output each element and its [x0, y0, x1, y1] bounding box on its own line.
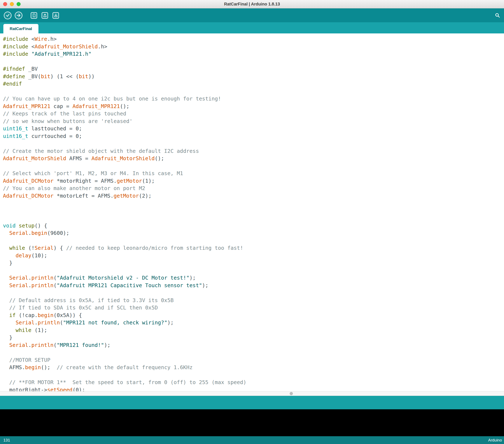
code-line: // Keeps track of the last pins touched	[3, 110, 504, 117]
code-line: #include <Wire.h>	[3, 35, 504, 43]
code-line	[3, 140, 504, 147]
tab-label: RatCarFinal	[10, 26, 32, 31]
arrow-up-tray-icon	[43, 14, 47, 17]
code-line: //MOTOR SETUP	[3, 356, 504, 364]
code-line: // You can also make another motor on po…	[3, 185, 504, 192]
code-line	[3, 237, 504, 245]
arduino-ide-window: RatCarFinal | Arduino 1.8.13	[0, 0, 504, 444]
code-line: // so we know when buttons are 'released…	[3, 117, 504, 125]
code-line: // Create the motor shield object with t…	[3, 147, 504, 155]
horizontal-scrollbar[interactable]	[0, 391, 504, 396]
code-line: #include <Adafruit_MotorShield.h>	[3, 43, 504, 50]
code-line	[3, 199, 504, 207]
code-line	[3, 371, 504, 379]
toolbar	[0, 8, 504, 22]
code-line	[3, 58, 504, 65]
code-line: }	[3, 259, 504, 267]
code-line: Serial.println("MPR121 not found, check …	[3, 319, 504, 327]
code-line	[3, 162, 504, 170]
code-line: // **FOR MOTOR 1** Set the speed to star…	[3, 379, 504, 386]
document-icon	[32, 14, 36, 17]
code-line: Serial.println("Adafruit Motorshield v2 …	[3, 274, 504, 282]
code-line	[3, 88, 504, 95]
upload-button[interactable]	[15, 12, 22, 19]
code-line: #endif	[3, 80, 504, 88]
code-line: // You can have up to 4 on one i2c bus b…	[3, 95, 504, 103]
code-line: #define _BV(bit) (1 << (bit))	[3, 73, 504, 80]
serial-monitor-button[interactable]	[495, 13, 500, 18]
code-line: Adafruit_DCMotor *motorLeft = AFMS.getMo…	[3, 192, 504, 200]
tab-ratcarfinal[interactable]: RatCarFinal	[3, 24, 38, 33]
code-line: uint16_t lasttouched = 0;	[3, 125, 504, 133]
code-line	[3, 349, 504, 356]
code-line	[3, 207, 504, 215]
code-line: delay(10);	[3, 252, 504, 259]
code-area: #include <Wire.h>#include <Adafruit_Moto…	[3, 35, 504, 391]
code-line: uint16_t currtouched = 0;	[3, 133, 504, 140]
code-line: Serial.println("Adafruit MPR121 Capaciti…	[3, 282, 504, 289]
code-line: while (!Serial) { // needed to keep leon…	[3, 244, 504, 252]
arrow-right-circle-icon	[16, 13, 21, 18]
console-output	[0, 409, 504, 436]
code-line: #include "Adafruit_MPR121.h"	[3, 50, 504, 58]
arrow-down-tray-icon	[54, 14, 58, 17]
code-line	[3, 289, 504, 297]
code-line: void setup() {	[3, 222, 504, 230]
code-line: while (1);	[3, 327, 504, 334]
code-line	[3, 267, 504, 274]
new-sketch-button[interactable]	[31, 12, 37, 19]
code-line: AFMS.begin(); // create with the default…	[3, 364, 504, 371]
titlebar[interactable]: RatCarFinal | Arduino 1.8.13	[0, 0, 504, 8]
code-line: Serial.println("MPR121 found!");	[3, 341, 504, 349]
code-line: Adafruit_MotorShield AFMS = Adafruit_Mot…	[3, 155, 504, 162]
code-line	[3, 214, 504, 222]
code-line: }	[3, 334, 504, 341]
code-line: Adafruit_MPR121 cap = Adafruit_MPR121();	[3, 103, 504, 110]
bottom-bar: 131 Arduino	[0, 436, 504, 444]
status-bar	[0, 396, 504, 409]
save-button[interactable]	[53, 12, 59, 19]
magnifier-icon	[495, 13, 500, 18]
window-title: RatCarFinal | Arduino 1.8.13	[0, 2, 504, 6]
code-line: // Select which 'port' M1, M2, M3 or M4.…	[3, 170, 504, 177]
code-line: // Default address is 0x5A, if tied to 3…	[3, 297, 504, 304]
code-line: // If tied to SDA its 0x5C and if SCL th…	[3, 304, 504, 311]
verify-button[interactable]	[4, 12, 12, 19]
line-number-indicator: 131	[3, 438, 10, 443]
code-line: Adafruit_DCMotor *motorRight = AFMS.getM…	[3, 177, 504, 185]
tab-bar: RatCarFinal	[0, 22, 504, 33]
code-editor[interactable]: #include <Wire.h>#include <Adafruit_Moto…	[0, 33, 504, 391]
code-line: #ifndef _BV	[3, 65, 504, 73]
code-line: if (!cap.begin(0x5A)) {	[3, 311, 504, 319]
board-name: Arduino	[488, 438, 502, 443]
code-line: Serial.begin(9600);	[3, 229, 504, 237]
code-line: motorRight->setSpeed(0);	[3, 386, 504, 391]
open-button[interactable]	[42, 12, 48, 19]
check-circle-icon	[5, 13, 10, 18]
scrollbar-thumb[interactable]	[290, 392, 293, 395]
